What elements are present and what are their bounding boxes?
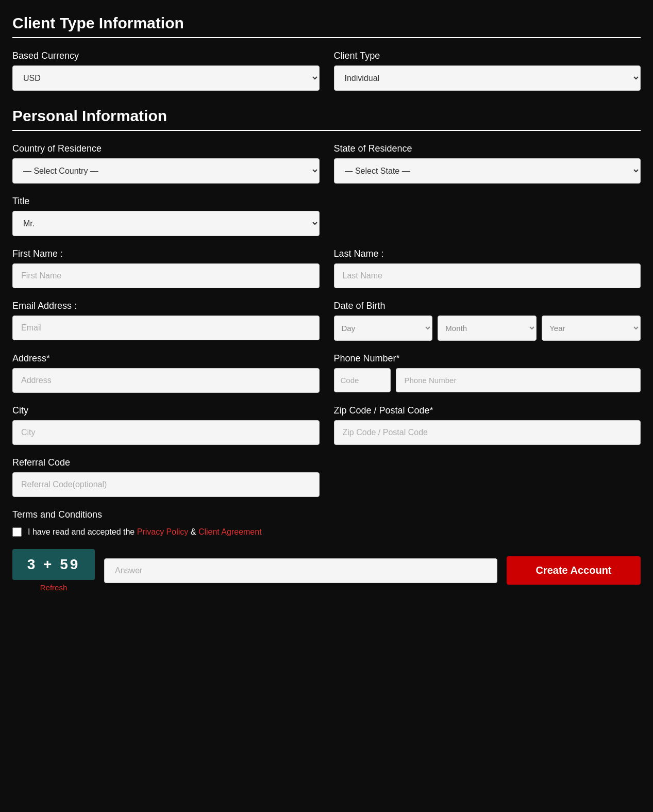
personal-info-title: Personal Information — [12, 107, 641, 125]
terms-section: Terms and Conditions I have read and acc… — [12, 509, 641, 537]
captcha-answer-input[interactable] — [104, 558, 497, 583]
zip-group: Zip Code / Postal Code* — [334, 405, 641, 445]
captcha-box: 3 + 59 — [12, 549, 95, 580]
personal-info-divider — [12, 130, 641, 131]
title-placeholder-group — [334, 196, 641, 236]
client-type-divider — [12, 37, 641, 38]
first-name-group: First Name : — [12, 248, 320, 288]
phone-group: Phone Number* — [334, 353, 641, 393]
phone-label: Phone Number* — [334, 353, 641, 364]
title-group: Title Mr. Mrs. Ms. Dr. Prof. — [12, 196, 320, 236]
city-zip-row: City Zip Code / Postal Code* — [12, 405, 641, 445]
captcha-container: 3 + 59 Refresh — [12, 549, 95, 592]
terms-ampersand: & — [191, 527, 196, 536]
referral-row: Referral Code — [12, 457, 641, 497]
client-type-label: Client Type — [334, 51, 641, 61]
based-currency-select[interactable]: USD EUR GBP JPY — [12, 65, 320, 91]
state-select[interactable]: — Select State — — [334, 158, 641, 184]
first-name-label: First Name : — [12, 248, 320, 259]
address-label: Address* — [12, 353, 320, 364]
first-name-input[interactable] — [12, 263, 320, 288]
client-type-title: Client Type Information — [12, 14, 641, 32]
address-group: Address* — [12, 353, 320, 393]
create-account-button[interactable]: Create Account — [507, 556, 641, 585]
country-select[interactable]: — Select Country — — [12, 158, 320, 184]
country-group: Country of Residence — Select Country — — [12, 143, 320, 184]
last-name-label: Last Name : — [334, 248, 641, 259]
address-input[interactable] — [12, 368, 320, 393]
state-group: State of Residence — Select State — — [334, 143, 641, 184]
client-type-group: Client Type Individual Corporate Institu… — [334, 51, 641, 91]
captcha-submit-row: 3 + 59 Refresh Create Account — [12, 549, 641, 592]
captcha-refresh-link[interactable]: Refresh — [40, 583, 68, 592]
name-row: First Name : Last Name : — [12, 248, 641, 288]
last-name-input[interactable] — [334, 263, 641, 288]
state-label: State of Residence — [334, 143, 641, 154]
terms-check-row: I have read and accepted the Privacy Pol… — [12, 527, 641, 537]
client-agreement-link[interactable]: Client Agreement — [198, 527, 262, 536]
email-group: Email Address : — [12, 301, 320, 341]
referral-input[interactable] — [12, 472, 320, 497]
client-type-row: Based Currency USD EUR GBP JPY Client Ty… — [12, 51, 641, 91]
referral-group: Referral Code — [12, 457, 320, 497]
phone-code-input[interactable] — [334, 368, 391, 392]
terms-checkbox[interactable] — [12, 527, 22, 537]
zip-input[interactable] — [334, 420, 641, 445]
dob-month-select[interactable]: Month — [438, 316, 537, 341]
terms-text-before: I have read and accepted the — [28, 527, 135, 536]
city-label: City — [12, 405, 320, 416]
terms-label: Terms and Conditions — [12, 509, 641, 520]
country-label: Country of Residence — [12, 143, 320, 154]
referral-label: Referral Code — [12, 457, 320, 468]
email-dob-row: Email Address : Date of Birth Day Month … — [12, 301, 641, 341]
title-label: Title — [12, 196, 320, 207]
dob-selects: Day Month Year — [334, 316, 641, 341]
dob-label: Date of Birth — [334, 301, 641, 311]
address-phone-row: Address* Phone Number* — [12, 353, 641, 393]
client-type-select[interactable]: Individual Corporate Institutional — [334, 65, 641, 91]
phone-inputs — [334, 368, 641, 392]
email-label: Email Address : — [12, 301, 320, 311]
phone-number-input[interactable] — [396, 368, 641, 392]
email-input[interactable] — [12, 316, 320, 340]
personal-info-section: Personal Information Country of Residenc… — [12, 107, 641, 592]
country-state-row: Country of Residence — Select Country — … — [12, 143, 641, 184]
last-name-group: Last Name : — [334, 248, 641, 288]
zip-label: Zip Code / Postal Code* — [334, 405, 641, 416]
referral-placeholder-group — [334, 457, 641, 497]
title-select[interactable]: Mr. Mrs. Ms. Dr. Prof. — [12, 211, 320, 236]
dob-year-select[interactable]: Year — [542, 316, 641, 341]
city-group: City — [12, 405, 320, 445]
based-currency-group: Based Currency USD EUR GBP JPY — [12, 51, 320, 91]
dob-day-select[interactable]: Day — [334, 316, 433, 341]
terms-text: I have read and accepted the Privacy Pol… — [28, 527, 262, 537]
dob-group: Date of Birth Day Month Year — [334, 301, 641, 341]
privacy-policy-link[interactable]: Privacy Policy — [137, 527, 189, 536]
based-currency-label: Based Currency — [12, 51, 320, 61]
title-row: Title Mr. Mrs. Ms. Dr. Prof. — [12, 196, 641, 236]
city-input[interactable] — [12, 420, 320, 445]
client-type-section: Client Type Information Based Currency U… — [12, 14, 641, 91]
